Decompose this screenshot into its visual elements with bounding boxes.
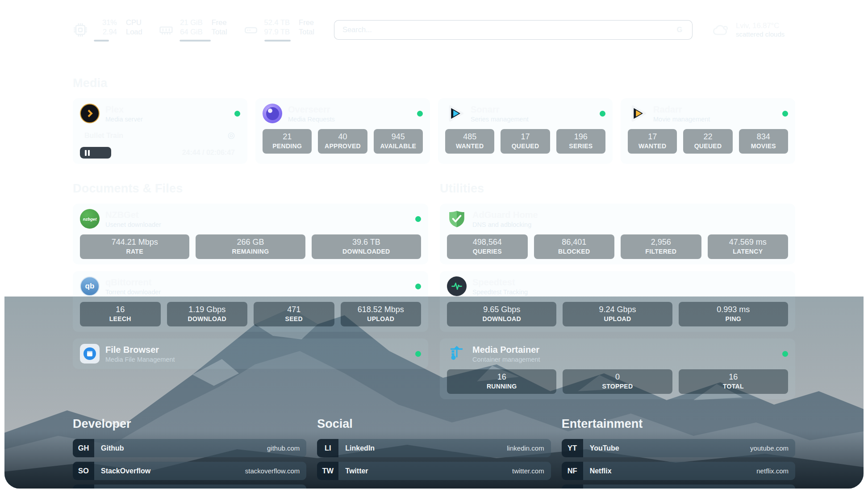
section-title-developer: Developer: [73, 417, 306, 431]
stat-tile-value: 744.21 Mbps: [82, 238, 188, 247]
app-subtitle: Speedtest Tracking: [472, 288, 528, 296]
stat-tile-value: 40: [320, 132, 365, 142]
bookmark-link-netflix[interactable]: NFNetflixnetflix.com: [562, 462, 795, 480]
bookmark-section-entertainment: EntertainmentYTYouTubeyoutube.comNFNetfl…: [562, 411, 795, 489]
stat-tile-label: APPROVED: [320, 142, 365, 150]
now-playing-title-row: Bullet Train: [80, 128, 240, 143]
stat-tile: 39.6 TBDOWNLOADED: [312, 234, 421, 259]
bookmark-link-dev[interactable]: DTDEVdev.to: [73, 485, 306, 489]
stat-tile-label: SERIES: [558, 142, 604, 150]
cpu-icon: [73, 22, 88, 38]
stat-tile: 0.993 msPING: [679, 302, 788, 326]
stat-tile-label: MOVIES: [741, 142, 786, 150]
stat-tile: 21PENDING: [263, 129, 312, 154]
search-engine-button[interactable]: G: [668, 22, 691, 38]
status-online-dot: [415, 351, 421, 357]
stat-tile-value: 618.52 Mbps: [342, 305, 420, 314]
bookmark-link-stackoverflow[interactable]: SOStackOverflowstackoverflow.com: [73, 462, 306, 480]
stat-value-0: 52.4 TB: [264, 18, 290, 27]
bookmark-link-linkedin[interactable]: LILinkedInlinkedin.com: [317, 439, 551, 457]
app-card-head: File BrowserMedia File Management: [80, 344, 421, 363]
stat-tile: 47.569 msLATENCY: [708, 234, 789, 259]
app-titles: OverseerrMedia Requests: [288, 104, 335, 123]
bookmark-link-youtube[interactable]: YTYouTubeyoutube.com: [562, 439, 795, 457]
section-title-social: Social: [317, 417, 551, 431]
app-card-overseerr[interactable]: OverseerrMedia Requests21PENDING40APPROV…: [255, 98, 430, 164]
overseerr-icon: [263, 104, 282, 123]
app-name: Radarr: [653, 104, 710, 115]
stat-label-0: Free: [299, 18, 314, 27]
background-stars: [4, 4, 5, 5]
stat-tile-value: 22: [685, 132, 730, 142]
stat-tile-value: 196: [558, 132, 604, 142]
app-card-sonarr[interactable]: SonarrSeries management485WANTED17QUEUED…: [438, 98, 613, 164]
stat-tile-value: 266 GB: [197, 238, 303, 247]
weather-widget: Lviv, 16.87°C scattered clouds: [712, 21, 795, 39]
bookmark-abbr-badge: TW: [317, 462, 338, 480]
bookmark-link-github[interactable]: GHGithubgithub.com: [73, 439, 306, 457]
stat-tile: 16LEECH: [80, 302, 161, 326]
app-card-filebrowser[interactable]: File BrowserMedia File Management: [73, 338, 428, 369]
search-input[interactable]: [342, 25, 668, 34]
weather-text: Lviv, 16.87°C scattered clouds: [736, 21, 785, 38]
filebrowser-icon: [80, 344, 100, 363]
app-name: qBittorrent: [105, 277, 161, 288]
ram-icon: [159, 22, 174, 38]
app-card-head: SpeedtestSpeedtest Tracking: [447, 276, 788, 296]
stat-tile: 618.52 MbpsUPLOAD: [341, 302, 421, 326]
utilities-cards: AdGuard HomeDNS and adblocking498,564QUE…: [440, 204, 795, 399]
app-name: AdGuard Home: [472, 210, 538, 220]
portainer-icon: [447, 344, 467, 363]
app-card-head: PlexMedia server: [80, 104, 240, 123]
bookmark-abbr-badge: YT: [562, 439, 583, 457]
section-title-media: Media: [73, 76, 795, 90]
app-card-plex[interactable]: PlexMedia serverBullet Train24:44 / 02:0…: [73, 98, 247, 164]
stat-tile-value: 0: [564, 372, 670, 382]
bookmark-link-twitter[interactable]: TWTwittertwitter.com: [317, 462, 551, 480]
stat-tile-label: PING: [680, 315, 786, 322]
app-card-qbittorrent[interactable]: qbqBittorrentTorrent downloader16LEECH1.…: [73, 271, 428, 332]
stat-tile: 9.24 GbpsUPLOAD: [563, 302, 672, 326]
documents-cards: nzbgetNZBGetUsenet downloader744.21 Mbps…: [73, 204, 428, 369]
system-stat-cpu: 31%CPU2.94Load: [73, 18, 142, 42]
app-card-speedtest[interactable]: SpeedtestSpeedtest Tracking9.65 GbpsDOWN…: [440, 271, 795, 332]
search-bar: G: [334, 20, 693, 40]
bookmark-abbr-badge: GH: [73, 439, 94, 457]
stat-tile-value: 16: [449, 372, 555, 382]
app-name: Speedtest: [472, 277, 528, 288]
app-subtitle: Media Requests: [288, 116, 335, 123]
stat-tile-label: DOWNLOAD: [169, 315, 246, 322]
utilities-column: Utilities AdGuard HomeDNS and adblocking…: [440, 164, 795, 399]
stat-tile: 40APPROVED: [318, 129, 367, 154]
qbittorrent-icon: qb: [80, 276, 100, 296]
stat-tile: 9.65 GbpsDOWNLOAD: [447, 302, 556, 326]
stat-label-1: Total: [299, 27, 314, 37]
stat-tile: 945AVAILABLE: [374, 129, 423, 154]
bookmark-link-reddit[interactable]: RERedditreddit.com: [562, 485, 795, 489]
stat-tile-label: QUERIES: [449, 248, 526, 255]
app-card-radarr[interactable]: RadarrMovie management17WANTED22QUEUED83…: [621, 98, 795, 164]
app-card-adguard[interactable]: AdGuard HomeDNS and adblocking498,564QUE…: [440, 204, 795, 264]
app-card-head: nzbgetNZBGetUsenet downloader: [80, 209, 421, 229]
stat-tile-value: 16: [82, 305, 159, 314]
bookmark-name: LinkedIn: [338, 444, 375, 452]
stat-tile-label: DOWNLOADED: [313, 248, 419, 255]
status-online-dot: [782, 351, 788, 357]
app-stats-row: 16RUNNING0STOPPED16TOTAL: [447, 369, 788, 394]
status-online-dot: [234, 111, 240, 117]
now-playing-progress-bar: 24:44 / 02:06:47: [80, 147, 240, 159]
app-card-nzbget[interactable]: nzbgetNZBGetUsenet downloader744.21 Mbps…: [73, 204, 428, 264]
bookmark-name: Twitter: [338, 467, 368, 475]
bookmark-abbr-badge: RE: [562, 485, 583, 489]
app-subtitle: Media server: [105, 116, 143, 123]
app-stats-row: 744.21 MbpsRATE266 GBREMAINING39.6 TBDOW…: [80, 234, 421, 259]
section-title-documents: Documents & Files: [73, 182, 428, 196]
app-card-portainer[interactable]: Media PortainerContainer management16RUN…: [440, 338, 795, 399]
stat-value-1: 64 GiB: [179, 27, 203, 37]
stat-tile-label: LATENCY: [709, 248, 787, 255]
bookmark-name: YouTube: [583, 444, 619, 452]
stat-tile: 16TOTAL: [679, 369, 788, 394]
top-bar: 31%CPU2.94Load21 GiBFree64 GiBTotal52.4 …: [4, 4, 864, 42]
status-online-dot: [415, 216, 421, 222]
stat-tile-value: 21: [264, 132, 310, 142]
